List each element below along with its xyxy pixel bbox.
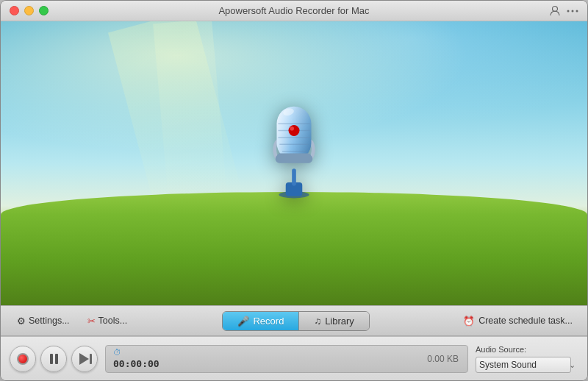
svg-rect-6 xyxy=(292,168,296,185)
schedule-button[interactable]: ⏰ Create schedule task... xyxy=(457,313,578,330)
audio-source-select[interactable]: System Sound Microphone Stereo Mix xyxy=(476,357,571,373)
toolbar-left: ⚙ Settings... ✂ Tools... xyxy=(10,313,135,330)
file-size: 0.00 KB xyxy=(427,354,459,364)
app-window: Apowersoft Audio Recorder for Mac xyxy=(0,0,588,381)
window-title: Apowersoft Audio Recorder for Mac xyxy=(218,5,369,16)
record-button[interactable] xyxy=(10,346,36,372)
library-tab-label: Library xyxy=(325,316,354,327)
pause-bar-left xyxy=(50,354,53,364)
toolbar-right: ⏰ Create schedule task... xyxy=(457,313,578,330)
svg-point-3 xyxy=(576,10,578,12)
microphone-icon xyxy=(254,93,334,203)
svg-point-16 xyxy=(290,127,294,131)
schedule-icon: ⏰ xyxy=(463,316,475,327)
play-skip-button[interactable] xyxy=(71,346,98,372)
progress-area: ⏱ 00:00:00 0.00 KB xyxy=(105,345,468,373)
minimize-button[interactable] xyxy=(24,6,34,15)
user-icon[interactable] xyxy=(549,5,561,17)
schedule-label: Create schedule task... xyxy=(478,316,573,326)
skip-bar xyxy=(90,354,92,364)
mic-tab-icon: 🎤 xyxy=(237,316,249,327)
svg-point-2 xyxy=(572,10,574,12)
scene-area xyxy=(1,21,587,305)
titlebar: Apowersoft Audio Recorder for Mac xyxy=(1,1,587,21)
tab-record[interactable]: 🎤 Record xyxy=(223,312,298,330)
toolbar-center: 🎤 Record ♫ Library xyxy=(135,311,457,331)
tools-label: Tools... xyxy=(98,316,128,326)
timer-display: ⏱ 00:00:00 xyxy=(113,348,159,369)
traffic-lights xyxy=(10,6,49,15)
settings-label: Settings... xyxy=(29,316,70,326)
microphone-graphic xyxy=(250,93,338,210)
audio-source-label: Audio Source: xyxy=(476,345,578,354)
titlebar-right-icons xyxy=(549,5,578,17)
controls-bar: ⏱ 00:00:00 0.00 KB Audio Source: System … xyxy=(1,336,587,380)
record-dot xyxy=(17,353,29,365)
toolbar: ⚙ Settings... ✂ Tools... 🎤 Record ♫ Libr… xyxy=(1,305,587,336)
svg-point-1 xyxy=(567,10,570,12)
playback-controls xyxy=(10,346,98,372)
audio-source-section: Audio Source: System Sound Microphone St… xyxy=(476,345,578,373)
audio-source-select-wrapper[interactable]: System Sound Microphone Stereo Mix xyxy=(476,357,578,373)
record-tab-label: Record xyxy=(253,316,284,327)
settings-icon: ⚙ xyxy=(17,316,26,327)
pause-button[interactable] xyxy=(40,346,67,372)
close-button[interactable] xyxy=(10,6,19,15)
svg-rect-18 xyxy=(277,154,312,160)
tools-icon: ✂ xyxy=(87,316,96,327)
tab-library[interactable]: ♫ Library xyxy=(298,312,369,330)
more-icon[interactable] xyxy=(567,5,578,17)
maximize-button[interactable] xyxy=(39,6,49,15)
settings-button[interactable]: ⚙ Settings... xyxy=(10,313,77,330)
pause-icon xyxy=(50,354,58,364)
timer-icon: ⏱ xyxy=(113,348,159,357)
timer-text: 00:00:00 xyxy=(113,358,159,369)
play-skip-icon xyxy=(78,353,92,365)
library-tab-icon: ♫ xyxy=(314,316,321,327)
tools-button[interactable]: ✂ Tools... xyxy=(80,313,135,330)
svg-point-15 xyxy=(289,125,300,136)
play-triangle xyxy=(79,353,89,365)
tab-group: 🎤 Record ♫ Library xyxy=(222,311,369,331)
pause-bar-right xyxy=(55,354,58,364)
